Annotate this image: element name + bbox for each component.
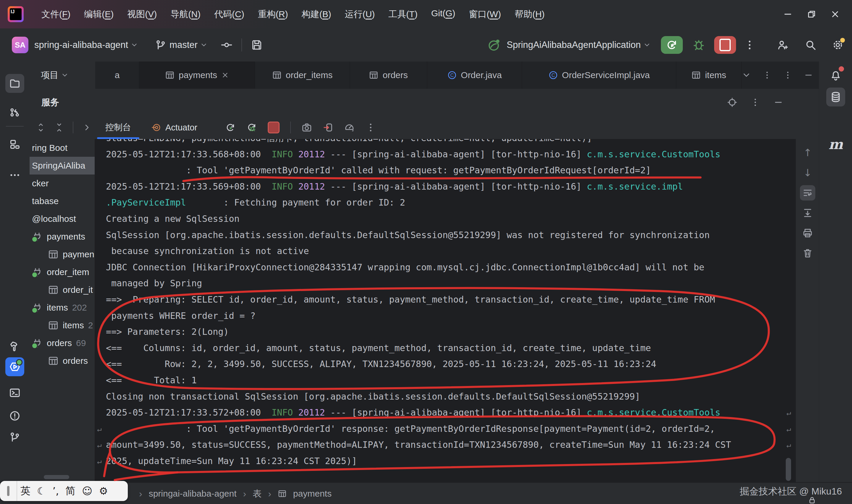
menu-item[interactable]: 运行(U)	[340, 5, 380, 23]
tree-item-orders[interactable]: orders	[30, 352, 95, 370]
print-console-icon[interactable]	[800, 226, 815, 241]
panel-kebab-icon[interactable]	[783, 70, 793, 80]
ime-toolbar[interactable]: 英☾’,简☺⚙	[0, 481, 128, 501]
menu-item[interactable]: 导航(N)	[166, 5, 205, 23]
tree-item-cker[interactable]: cker	[30, 175, 95, 192]
attach-console-icon[interactable]	[323, 122, 333, 133]
structure-tool-icon[interactable]	[5, 135, 24, 154]
menu-item[interactable]: 代码(C)	[210, 5, 249, 23]
menu-item[interactable]: 窗口(W)	[464, 5, 506, 23]
editor-tab-order_items[interactable]: order_items	[255, 61, 350, 89]
console-kebab-icon[interactable]	[365, 122, 376, 133]
services-tool-icon[interactable]	[5, 357, 24, 376]
run-configuration-selector[interactable]: SpringAiAlibabaAgentApplication	[507, 40, 641, 50]
options-kebab-icon[interactable]	[750, 97, 760, 107]
window-close-icon[interactable]	[830, 9, 840, 19]
scroll-up-icon[interactable]: ↑	[800, 145, 815, 160]
tree-item-order_it[interactable]: order_it	[30, 281, 95, 299]
project-tool-icon[interactable]	[5, 74, 24, 93]
commit-icon[interactable]	[221, 39, 233, 51]
thread-dump-camera-icon[interactable]	[302, 122, 312, 133]
tabs-kebab-icon[interactable]	[762, 70, 772, 80]
project-selector[interactable]: spring-ai-alibaba-agent	[34, 40, 128, 50]
tree-item-paymen[interactable]: paymen	[30, 246, 95, 263]
console-vertical-scrollbar[interactable]	[786, 458, 791, 481]
debug-button[interactable]	[692, 38, 705, 52]
ime-item-3[interactable]: 简	[62, 484, 79, 498]
editor-tab-payments[interactable]: payments	[139, 61, 255, 89]
rerun-console-icon[interactable]	[225, 122, 236, 133]
editor-tab-Order-java[interactable]: COrder.java	[427, 61, 522, 89]
rerun-debug-icon[interactable]	[247, 122, 257, 133]
more-actions-kebab-icon[interactable]	[744, 39, 756, 51]
editor-tab-a[interactable]: a	[95, 61, 139, 89]
editor-tab-items[interactable]: items	[676, 61, 742, 89]
window-minimize-icon[interactable]	[783, 9, 793, 19]
chevron-right-icon[interactable]	[82, 123, 92, 132]
console-tab-控制台[interactable]: 控制台	[95, 116, 141, 139]
menu-item[interactable]: 视图(V)	[123, 5, 162, 23]
problems-tool-icon[interactable]	[5, 407, 24, 425]
breadcrumb-item[interactable]: payments	[293, 489, 332, 499]
ime-item-4[interactable]: ☺	[79, 485, 95, 497]
ime-item-5[interactable]: ⚙	[96, 485, 111, 497]
settings-gear-icon[interactable]	[832, 39, 844, 51]
locate-target-icon[interactable]	[727, 97, 737, 107]
project-panel-header[interactable]: 项目	[30, 61, 96, 89]
hide-tabs-minus-icon[interactable]	[804, 70, 813, 80]
menu-item[interactable]: 帮助(H)	[510, 5, 549, 23]
version-control-tool-icon[interactable]	[5, 103, 24, 122]
tree-horizontal-scrollbar[interactable]	[44, 475, 69, 479]
close-tab-icon[interactable]	[221, 71, 229, 79]
git-tool-icon[interactable]	[5, 428, 24, 447]
terminal-tool-icon[interactable]	[5, 383, 24, 402]
mybatis-m-icon[interactable]: m	[826, 135, 845, 154]
project-avatar[interactable]: SA	[12, 37, 29, 53]
scroll-down-icon[interactable]: ↓	[800, 165, 815, 180]
ime-item-0[interactable]: 英	[17, 484, 34, 498]
soft-wrap-toggle-icon[interactable]	[800, 185, 815, 200]
menu-item[interactable]: 构建(B)	[297, 5, 336, 23]
ime-item-2[interactable]: ’,	[49, 485, 62, 497]
ime-item-1[interactable]: ☾	[34, 485, 49, 497]
save-icon[interactable]	[251, 39, 263, 51]
build-tool-icon[interactable]	[5, 337, 24, 356]
rerun-button[interactable]	[661, 36, 683, 54]
menu-item[interactable]: 文件(F)	[37, 5, 75, 23]
scroll-to-end-icon[interactable]	[800, 205, 815, 221]
collapse-all-icon[interactable]	[54, 123, 64, 132]
hide-panel-minus-icon[interactable]	[773, 97, 783, 107]
search-everywhere-icon[interactable]	[805, 39, 816, 51]
tree-item-payments[interactable]: payments	[30, 228, 95, 246]
tree-item-items[interactable]: items202	[30, 299, 95, 317]
tree-item-SpringAiAliba[interactable]: SpringAiAliba	[30, 157, 95, 175]
profiler-gauge-icon[interactable]	[344, 122, 355, 133]
menu-item[interactable]: Git(G)	[426, 5, 460, 23]
tree-item--localhost[interactable]: @localhost	[30, 210, 95, 228]
breadcrumb-item[interactable]: 表	[253, 488, 261, 500]
clear-console-icon[interactable]	[800, 246, 815, 261]
tree-item-tabase[interactable]: tabase	[30, 192, 95, 210]
expand-all-icon[interactable]	[36, 123, 46, 132]
console-output[interactable]: status=PENDING, paymentMethod=信用卡, trans…	[95, 139, 795, 482]
editor-tab-OrderServiceImpl-java[interactable]: COrderServiceImpl.java	[522, 61, 676, 89]
menu-item[interactable]: 编辑(E)	[79, 5, 118, 23]
branch-selector[interactable]: master	[169, 40, 198, 50]
stop-button[interactable]	[714, 36, 736, 54]
breadcrumb-item[interactable]: springai-alibaba-agent	[149, 489, 237, 499]
code-with-me-user-icon[interactable]	[776, 39, 788, 51]
database-tool-icon[interactable]	[826, 88, 845, 107]
menu-item[interactable]: 重构(R)	[253, 5, 293, 23]
editor-tab-orders[interactable]: orders	[350, 61, 427, 89]
tabs-dropdown-icon[interactable]	[742, 70, 751, 80]
tree-item-items[interactable]: items2	[30, 317, 95, 334]
menu-item[interactable]: 工具(T)	[384, 5, 422, 23]
console-tab-Actuator[interactable]: Actuator	[141, 116, 207, 139]
tree-item-orders[interactable]: orders69	[30, 334, 95, 352]
stop-process-icon[interactable]	[268, 122, 279, 133]
more-tools-icon[interactable]	[5, 166, 24, 184]
notifications-bell-icon[interactable]	[826, 66, 845, 85]
window-restore-icon[interactable]	[806, 9, 816, 19]
tree-item-order_item[interactable]: order_item	[30, 263, 95, 281]
tree-item-ring-Boot[interactable]: ring Boot	[30, 139, 95, 157]
